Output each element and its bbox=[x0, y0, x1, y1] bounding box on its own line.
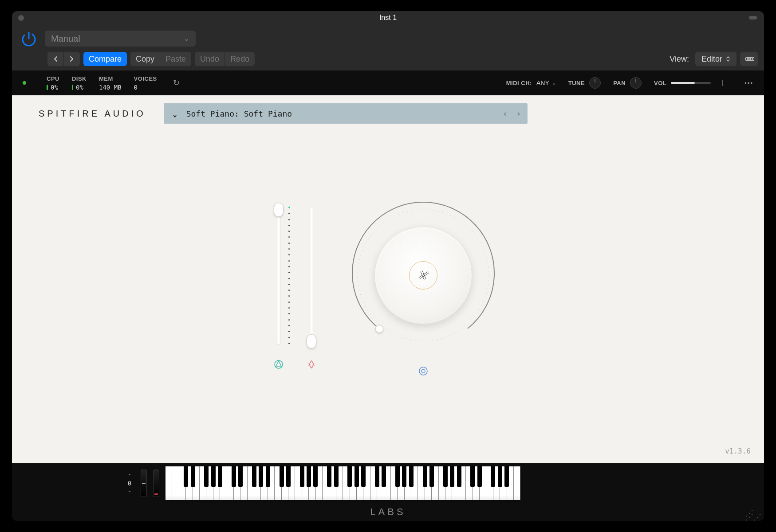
octave-up[interactable]: ⌃ bbox=[127, 473, 132, 479]
chevron-left-icon bbox=[53, 56, 58, 62]
more-button[interactable]: ••• bbox=[744, 80, 753, 86]
version-label: v1.3.6 bbox=[725, 447, 751, 455]
window-title: Inst 1 bbox=[12, 14, 764, 22]
controls-area bbox=[12, 162, 764, 410]
mem-label: MEM bbox=[99, 75, 122, 82]
keyboard[interactable] bbox=[165, 466, 520, 500]
copy-paste-group: Copy Paste bbox=[130, 52, 191, 66]
host-preset-label: Manual bbox=[51, 34, 80, 44]
octave-value: 0 bbox=[128, 479, 131, 488]
disk-meter: DISK 0% bbox=[72, 75, 87, 91]
tune-control: TUNE bbox=[568, 77, 601, 89]
cpu-label: CPU bbox=[47, 75, 59, 82]
expression-slider[interactable] bbox=[273, 202, 284, 348]
copy-button[interactable]: Copy bbox=[130, 52, 160, 66]
link-button[interactable] bbox=[740, 52, 758, 66]
tune-knob[interactable] bbox=[589, 77, 601, 89]
chevron-down-icon: ⌄ bbox=[184, 35, 189, 42]
refresh-button[interactable]: ↻ bbox=[173, 78, 180, 88]
host-preset-select[interactable]: Manual ⌄ bbox=[45, 31, 196, 47]
dynamics-icon bbox=[306, 359, 317, 370]
vol-slider[interactable] bbox=[671, 82, 711, 84]
expression-icon bbox=[273, 359, 284, 370]
knob-indicator bbox=[375, 325, 383, 333]
keyboard-zone: ⌃ 0 ⌄ bbox=[12, 463, 764, 503]
vol-control: VOL bbox=[654, 80, 723, 86]
redo-button[interactable]: Redo bbox=[225, 52, 255, 66]
vol-label: VOL bbox=[654, 80, 666, 86]
compare-button[interactable]: Compare bbox=[83, 52, 127, 66]
knob-center bbox=[409, 261, 437, 289]
brand-logo: SPITFIRE AUDIO bbox=[39, 109, 146, 119]
tune-label: TUNE bbox=[568, 80, 585, 86]
link-icon bbox=[744, 56, 754, 62]
chevron-right-icon bbox=[69, 56, 75, 62]
main-knob[interactable] bbox=[343, 196, 503, 355]
voices-meter: VOICES 0 bbox=[134, 75, 157, 91]
midi-value: ANY bbox=[536, 79, 549, 86]
undo-redo-group: Undo Redo bbox=[195, 52, 255, 66]
titlebar: Inst 1 bbox=[12, 11, 764, 24]
dynamics-control bbox=[306, 202, 317, 370]
pan-knob[interactable] bbox=[630, 77, 642, 89]
view-label: View: bbox=[670, 55, 689, 64]
midi-label: MIDI CH: bbox=[506, 80, 532, 86]
voices-label: VOICES bbox=[134, 75, 157, 82]
pitch-wheel[interactable] bbox=[141, 469, 147, 497]
mem-value: 140 MB bbox=[99, 84, 122, 91]
preset-browser[interactable]: ⌄ Soft Piano: Soft Piano ‹ › bbox=[164, 103, 528, 124]
disk-value: 0% bbox=[76, 84, 83, 91]
preset-name: Soft Piano: Soft Piano bbox=[186, 109, 292, 118]
pan-label: PAN bbox=[613, 80, 626, 86]
sort-icon bbox=[726, 56, 730, 62]
cpu-meter: CPU 0% bbox=[47, 75, 59, 91]
knob-glyph-icon bbox=[414, 266, 432, 284]
status-indicator bbox=[23, 81, 26, 85]
svg-point-7 bbox=[421, 369, 425, 373]
prev-button[interactable] bbox=[47, 52, 63, 66]
cpu-value: 0% bbox=[51, 84, 58, 91]
footer: LABS ⋰⋰⋰ bbox=[12, 503, 764, 521]
dynamics-slider[interactable] bbox=[306, 202, 317, 348]
voices-value: 0 bbox=[134, 84, 157, 91]
host-top-row: Manual ⌄ bbox=[12, 24, 764, 51]
svg-point-4 bbox=[275, 360, 283, 368]
vol-tick bbox=[722, 80, 723, 86]
view-select[interactable]: Editor bbox=[695, 52, 737, 66]
view-value: Editor bbox=[701, 55, 722, 64]
pan-control: PAN bbox=[613, 77, 642, 89]
plugin-body: SPITFIRE AUDIO ⌄ Soft Piano: Soft Piano … bbox=[12, 95, 764, 463]
preset-prev[interactable]: ‹ bbox=[503, 108, 508, 119]
reverb-icon bbox=[418, 366, 429, 376]
chevron-down-icon: ⌄ bbox=[552, 80, 556, 86]
preset-nav: ‹ › bbox=[503, 108, 521, 119]
expand-icon: ⌄ bbox=[173, 109, 177, 118]
plugin-status-bar: CPU 0% DISK 0% MEM 140 MB VOICES 0 ↻ MID… bbox=[12, 70, 764, 95]
host-buttons-row: Compare Copy Paste Undo Redo View: Edito… bbox=[12, 51, 764, 70]
plugin-window: Inst 1 Manual ⌄ Compare Copy Paste bbox=[12, 11, 764, 521]
svg-point-6 bbox=[419, 367, 427, 375]
nav-group bbox=[47, 52, 80, 66]
midi-channel: MIDI CH: ANY ⌄ bbox=[506, 79, 556, 86]
paste-button[interactable]: Paste bbox=[160, 52, 191, 66]
resize-grip: ⋰⋰⋰ bbox=[745, 511, 761, 519]
titlebar-indicator bbox=[749, 16, 757, 20]
octave-down[interactable]: ⌄ bbox=[127, 488, 132, 493]
power-button[interactable] bbox=[18, 28, 39, 49]
preset-next[interactable]: › bbox=[516, 108, 521, 119]
mem-meter: MEM 140 MB bbox=[99, 75, 122, 91]
brand-row: SPITFIRE AUDIO ⌄ Soft Piano: Soft Piano … bbox=[12, 95, 764, 124]
octave-control: ⌃ 0 ⌄ bbox=[127, 473, 132, 493]
expression-control bbox=[273, 202, 284, 370]
footer-brand: LABS bbox=[370, 506, 406, 518]
mod-wheel[interactable] bbox=[153, 469, 159, 497]
next-button[interactable] bbox=[63, 52, 80, 66]
midi-select[interactable]: ANY ⌄ bbox=[536, 79, 556, 86]
main-knob-control bbox=[343, 196, 503, 376]
disk-label: DISK bbox=[72, 75, 87, 82]
undo-button[interactable]: Undo bbox=[195, 52, 225, 66]
power-icon bbox=[20, 30, 38, 47]
